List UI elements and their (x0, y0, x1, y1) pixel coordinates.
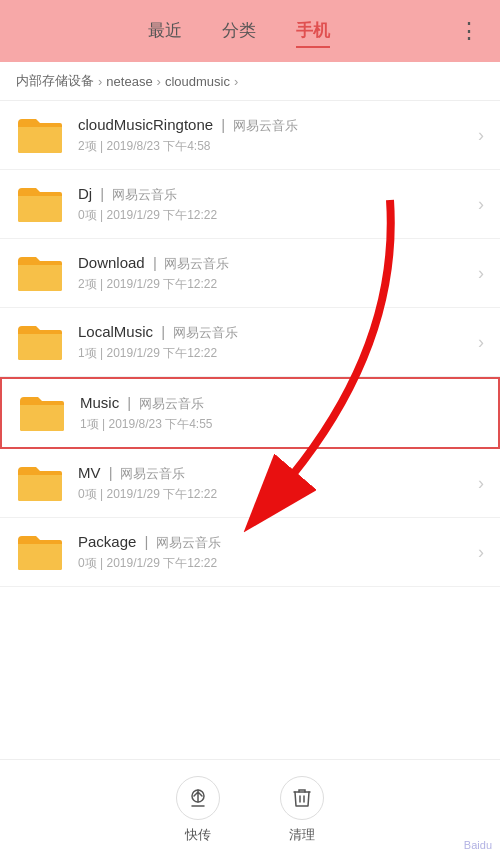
file-info: cloudMusicRingtone | 网易云音乐 2项 | 2019/8/2… (78, 116, 470, 155)
chevron-icon: › (478, 263, 484, 284)
chevron-icon: › (478, 194, 484, 215)
breadcrumb: 内部存储设备 › netease › cloudmusic › (0, 62, 500, 101)
list-item[interactable]: LocalMusic | 网易云音乐 1项 | 2019/1/29 下午12:2… (0, 308, 500, 377)
list-item[interactable]: cloudMusicRingtone | 网易云音乐 2项 | 2019/8/2… (0, 101, 500, 170)
folder-icon (18, 393, 66, 433)
folder-icon (16, 253, 64, 293)
more-icon[interactable]: ⋮ (458, 18, 480, 44)
breadcrumb-sep-1: › (157, 74, 161, 89)
kuaichuan-button[interactable]: 快传 (176, 776, 220, 844)
chevron-icon: › (478, 125, 484, 146)
breadcrumb-part-2[interactable]: cloudmusic (165, 74, 230, 89)
header: 最近 分类 手机 ⋮ (0, 0, 500, 62)
file-name: Music | 网易云音乐 (80, 394, 482, 413)
file-meta: 0项 | 2019/1/29 下午12:22 (78, 555, 470, 572)
chevron-icon: › (478, 542, 484, 563)
qingli-button[interactable]: 清理 (280, 776, 324, 844)
folder-icon (16, 115, 64, 155)
list-item[interactable]: Download | 网易云音乐 2项 | 2019/1/29 下午12:22 … (0, 239, 500, 308)
file-name: LocalMusic | 网易云音乐 (78, 323, 470, 342)
list-item-music[interactable]: Music | 网易云音乐 1项 | 2019/8/23 下午4:55 (0, 377, 500, 449)
breadcrumb-sep-2: › (234, 74, 238, 89)
file-name: Dj | 网易云音乐 (78, 185, 470, 204)
file-meta: 0项 | 2019/1/29 下午12:22 (78, 486, 470, 503)
folder-icon (16, 463, 64, 503)
file-info: LocalMusic | 网易云音乐 1项 | 2019/1/29 下午12:2… (78, 323, 470, 362)
file-meta: 2项 | 2019/8/23 下午4:58 (78, 138, 470, 155)
kuaichuan-icon (176, 776, 220, 820)
qingli-label: 清理 (289, 826, 315, 844)
folder-icon (16, 322, 64, 362)
list-item[interactable]: MV | 网易云音乐 0项 | 2019/1/29 下午12:22 › (0, 449, 500, 518)
folder-icon (16, 532, 64, 572)
file-name: MV | 网易云音乐 (78, 464, 470, 483)
tab-phone[interactable]: 手机 (296, 15, 330, 48)
file-meta: 1项 | 2019/8/23 下午4:55 (80, 416, 482, 433)
kuaichuan-label: 快传 (185, 826, 211, 844)
breadcrumb-part-1[interactable]: netease (106, 74, 152, 89)
file-info: Music | 网易云音乐 1项 | 2019/8/23 下午4:55 (80, 394, 482, 433)
bottom-bar: 快传 清理 (0, 759, 500, 859)
file-list: cloudMusicRingtone | 网易云音乐 2项 | 2019/8/2… (0, 101, 500, 760)
header-tabs: 最近 分类 手机 (20, 15, 458, 48)
qingli-icon (280, 776, 324, 820)
list-item[interactable]: Dj | 网易云音乐 0项 | 2019/1/29 下午12:22 › (0, 170, 500, 239)
list-item[interactable]: Package | 网易云音乐 0项 | 2019/1/29 下午12:22 › (0, 518, 500, 587)
tab-category[interactable]: 分类 (222, 15, 256, 48)
file-info: Dj | 网易云音乐 0项 | 2019/1/29 下午12:22 (78, 185, 470, 224)
chevron-icon: › (478, 473, 484, 494)
file-info: MV | 网易云音乐 0项 | 2019/1/29 下午12:22 (78, 464, 470, 503)
folder-icon (16, 184, 64, 224)
file-name: Package | 网易云音乐 (78, 533, 470, 552)
file-info: Package | 网易云音乐 0项 | 2019/1/29 下午12:22 (78, 533, 470, 572)
file-meta: 1项 | 2019/1/29 下午12:22 (78, 345, 470, 362)
file-name: Download | 网易云音乐 (78, 254, 470, 273)
file-meta: 0项 | 2019/1/29 下午12:22 (78, 207, 470, 224)
breadcrumb-part-0[interactable]: 内部存储设备 (16, 72, 94, 90)
file-meta: 2项 | 2019/1/29 下午12:22 (78, 276, 470, 293)
file-info: Download | 网易云音乐 2项 | 2019/1/29 下午12:22 (78, 254, 470, 293)
tab-recent[interactable]: 最近 (148, 15, 182, 48)
breadcrumb-sep-0: › (98, 74, 102, 89)
file-name: cloudMusicRingtone | 网易云音乐 (78, 116, 470, 135)
chevron-icon: › (478, 332, 484, 353)
